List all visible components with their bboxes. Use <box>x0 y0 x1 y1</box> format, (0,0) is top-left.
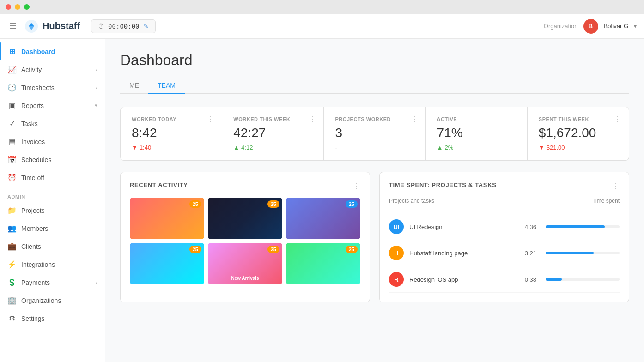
stat-projects-worked: ⋮ PROJECTS WORKED 3 - <box>324 107 425 160</box>
main-content: Dashboard ME TEAM ⋮ WORKED TODAY 8:42 ▼ … <box>105 39 644 362</box>
col-time-label: Time spent <box>592 198 620 204</box>
maximize-button[interactable] <box>24 4 30 10</box>
sidebar-item-members[interactable]: 👥 Members <box>0 219 105 237</box>
sidebar-item-label: Payments <box>21 279 91 286</box>
sidebar-item-invoices[interactable]: ▤ Invoices <box>0 133 105 151</box>
invoices-icon: ▤ <box>7 137 17 146</box>
chevron-icon: ‹ <box>96 280 97 285</box>
stat-value: 3 <box>335 126 414 140</box>
activity-image: 25 New Arrivals <box>208 243 282 284</box>
activity-image: 25 <box>130 243 204 284</box>
activity-badge: 25 <box>189 200 201 208</box>
sidebar-item-activity[interactable]: 📈 Activity ‹ <box>0 60 105 78</box>
stat-change: ▲ 4:12 <box>233 144 312 151</box>
logo-icon <box>24 19 39 34</box>
sidebar-item-integrations[interactable]: ⚡ Integrations <box>0 255 105 273</box>
chevron-down-icon[interactable]: ▾ <box>634 23 637 30</box>
time-bar-fill <box>546 252 594 254</box>
timer-widget[interactable]: ⏱ 00:00:00 ✎ <box>91 19 155 33</box>
panel-header: TIME SPENT: PROJECTS & TASKS ⋮ <box>389 181 620 190</box>
sidebar-item-clients[interactable]: 💼 Clients <box>0 237 105 255</box>
more-options-icon[interactable]: ⋮ <box>207 115 214 123</box>
recent-activity-title: RECENT ACTIVITY <box>130 181 188 188</box>
members-icon: 👥 <box>7 224 17 233</box>
sidebar-item-reports[interactable]: ▣ Reports ▾ <box>0 97 105 115</box>
stat-change: ▲ 2% <box>437 144 516 151</box>
stat-label: ACTIVE <box>437 116 516 122</box>
sidebar-item-tasks[interactable]: ✓ Tasks <box>0 115 105 133</box>
sidebar-item-label: Invoices <box>21 138 97 145</box>
activity-icon: 📈 <box>7 65 17 74</box>
sidebar-item-settings[interactable]: ⚙ Settings <box>0 309 105 327</box>
activity-image-grid: 25 25 25 25 25 New Arrival <box>130 198 360 284</box>
stat-change: - <box>335 144 414 151</box>
dashboard-tabs: ME TEAM <box>120 78 629 94</box>
minimize-button[interactable] <box>15 4 20 10</box>
time-value: 3:21 <box>520 250 536 257</box>
stat-worked-week: ⋮ WORKED THIS WEEK 42:27 ▲ 4:12 <box>222 107 324 160</box>
hamburger-icon[interactable]: ☰ <box>7 19 18 33</box>
sidebar-item-label: Tasks <box>21 120 97 127</box>
time-spent-row: H Hubstaff landing page 3:21 <box>389 240 620 266</box>
chevron-icon: ‹ <box>96 67 97 72</box>
user-name: Bolivar G <box>604 23 628 30</box>
more-options-icon[interactable]: ⋮ <box>512 115 520 123</box>
more-options-icon[interactable]: ⋮ <box>353 181 360 190</box>
integrations-icon: ⚡ <box>7 260 17 269</box>
timesheets-icon: 🕐 <box>7 83 17 92</box>
time-value: 0:38 <box>520 276 536 283</box>
clock-icon: ⏱ <box>98 23 104 30</box>
time-value: 4:36 <box>520 223 536 230</box>
logo-text: Hubstaff <box>43 21 80 31</box>
projects-icon: 📁 <box>7 206 17 215</box>
stat-label: PROJECTS WORKED <box>335 116 414 122</box>
time-spent-panel: TIME SPENT: PROJECTS & TASKS ⋮ Projects … <box>379 172 629 302</box>
more-options-icon[interactable]: ⋮ <box>614 115 621 123</box>
sidebar-item-label: Reports <box>21 102 90 109</box>
page-title: Dashboard <box>120 52 629 69</box>
more-options-icon[interactable]: ⋮ <box>411 115 418 123</box>
sidebar-item-timeoff[interactable]: ⏰ Time off <box>0 169 105 187</box>
arrow-up-icon: ▲ <box>437 144 443 151</box>
stat-spent-week: ⋮ SPENT THIS WEEK $1,672.00 ▼ $21.00 <box>528 107 629 160</box>
sidebar-item-label: Integrations <box>21 261 97 268</box>
sidebar-item-payments[interactable]: 💲 Payments ‹ <box>0 273 105 291</box>
stat-active: ⋮ ACTIVE 71% ▲ 2% <box>426 107 528 160</box>
time-bar <box>546 225 620 228</box>
time-spent-row: R Redesign iOS app 0:38 <box>389 266 620 293</box>
activity-image: 25 <box>286 198 360 239</box>
close-button[interactable] <box>6 4 11 10</box>
time-spent-header: Projects and tasks Time spent <box>389 198 620 208</box>
sidebar-item-schedules[interactable]: 📅 Schedules <box>0 151 105 169</box>
tab-team[interactable]: TEAM <box>148 78 185 94</box>
project-name: Hubstaff landing page <box>409 250 514 257</box>
col-projects-label: Projects and tasks <box>389 198 434 204</box>
sidebar-item-timesheets[interactable]: 🕐 Timesheets ‹ <box>0 78 105 97</box>
time-bar <box>546 252 620 254</box>
stat-change: ▼ 1:40 <box>132 144 211 151</box>
settings-icon: ⚙ <box>7 314 17 323</box>
sidebar-item-label: Schedules <box>21 156 97 163</box>
sidebar-item-label: Projects <box>21 207 97 214</box>
activity-badge: 25 <box>346 200 358 208</box>
time-spent-title: TIME SPENT: PROJECTS & TASKS <box>389 181 496 188</box>
logo: Hubstaff <box>24 19 80 34</box>
topnav-right: Organization B Bolivar G ▾ <box>544 19 637 34</box>
timeoff-icon: ⏰ <box>7 173 17 182</box>
more-options-icon[interactable]: ⋮ <box>309 115 316 123</box>
sidebar-item-label: Members <box>21 225 97 232</box>
activity-image: 25 <box>130 198 204 239</box>
stat-value: 42:27 <box>233 126 312 140</box>
stat-label: SPENT THIS WEEK <box>539 116 618 122</box>
sidebar-item-organizations[interactable]: 🏢 Organizations <box>0 291 105 309</box>
more-options-icon[interactable]: ⋮ <box>612 181 620 190</box>
time-bar-fill <box>546 225 605 228</box>
tab-me[interactable]: ME <box>120 78 148 94</box>
sidebar-item-projects[interactable]: 📁 Projects <box>0 201 105 219</box>
admin-section-label: ADMIN <box>0 187 105 201</box>
timer-edit-icon[interactable]: ✎ <box>143 23 149 30</box>
sidebar-item-dashboard[interactable]: ⊞ Dashboard <box>0 42 105 60</box>
stat-worked-today: ⋮ WORKED TODAY 8:42 ▼ 1:40 <box>121 107 222 160</box>
bottom-panels: RECENT ACTIVITY ⋮ 25 25 25 <box>120 172 629 302</box>
avatar: B <box>583 19 598 34</box>
